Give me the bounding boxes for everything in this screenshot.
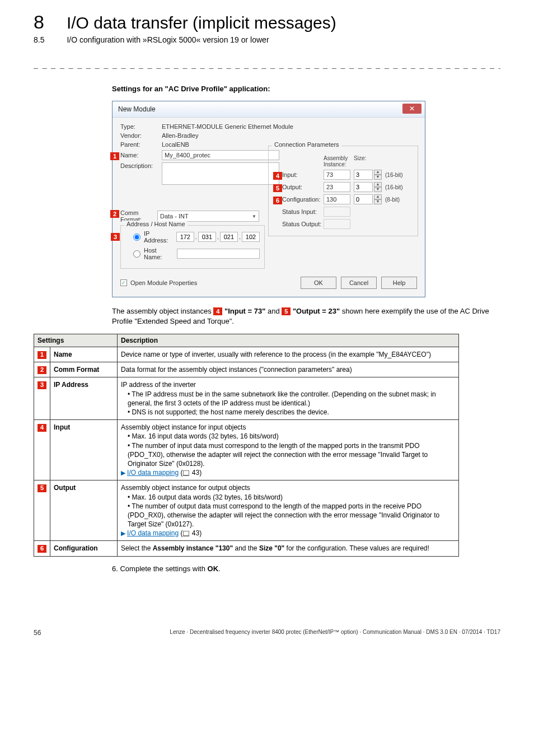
name-field[interactable]: [162, 150, 279, 160]
settings-header: Settings: [34, 334, 118, 347]
connection-parameters-legend: Connection Parameters: [272, 141, 341, 148]
ok-button[interactable]: OK: [301, 277, 336, 289]
table-row: 3IP AddressIP address of the inverterThe…: [34, 377, 459, 420]
vendor-label: Vendor:: [120, 132, 158, 139]
host-name-field[interactable]: [177, 249, 260, 259]
io-data-mapping-link[interactable]: I/O data mapping: [127, 529, 179, 537]
host-name-radio[interactable]: [133, 250, 140, 258]
callout-6: 6: [273, 197, 282, 204]
page-number: 56: [34, 629, 41, 637]
table-row: 6ConfigurationSelect the Assembly instan…: [34, 541, 459, 556]
parent-value: LocalENB: [162, 141, 279, 148]
dialog-title: New Module: [118, 105, 156, 113]
address-hostname-legend: Address / Host Name: [124, 221, 188, 227]
callout-2: 2: [110, 210, 119, 218]
setting-name: IP Address: [50, 377, 118, 420]
section-title: I/O configuration with »RSLogix 5000« ve…: [67, 35, 269, 44]
callout-5-inline: 5: [282, 307, 291, 315]
settings-heading: Settings for an "AC Drive Profile" appli…: [112, 85, 500, 93]
setting-description: Assembly object instance for input objec…: [118, 420, 459, 480]
callout-3-table: 3: [38, 381, 46, 389]
ip-octet-1[interactable]: [176, 232, 194, 242]
setting-name: Name: [50, 347, 118, 362]
footer-line: Lenze · Decentralised frequency inverter…: [170, 629, 500, 637]
callout-4-inline: 4: [213, 307, 222, 315]
chapter-title: I/O data transfer (implicit messages): [67, 13, 336, 32]
setting-description: IP address of the inverterThe IP address…: [118, 377, 459, 420]
ip-octet-3[interactable]: [220, 232, 238, 242]
ip-address-field[interactable]: . . .: [176, 232, 260, 242]
name-label: 1Name:: [120, 152, 158, 158]
output-unit: (16-bit): [385, 184, 413, 190]
comm-format-select[interactable]: Data - INT ▼: [157, 211, 259, 222]
description-label: Description:: [120, 162, 158, 169]
ip-address-label: IP Address:: [144, 230, 173, 244]
vendor-value: Allen-Bradley: [162, 132, 279, 139]
setting-name: Configuration: [50, 541, 118, 556]
configuration-size-stepper[interactable]: ▲▼: [374, 194, 382, 204]
table-row: 4InputAssembly object instance for input…: [34, 420, 459, 480]
cancel-button[interactable]: Cancel: [341, 277, 377, 289]
settings-table: Settings Description 1NameDevice name or…: [34, 334, 459, 557]
ip-octet-2[interactable]: [198, 232, 216, 242]
close-icon[interactable]: ✕: [402, 104, 421, 114]
chevron-down-icon: ▼: [252, 214, 256, 219]
address-hostname-group: Address / Host Name 3 IP Address: . . . …: [120, 225, 265, 269]
setting-description: Assembly object instance for output obje…: [118, 480, 459, 541]
comm-format-value: Data - INT: [160, 213, 189, 220]
type-value: ETHERNET-MODULE Generic Ethernet Module: [162, 123, 417, 130]
host-name-label: Host Name:: [144, 247, 174, 260]
description-field[interactable]: [162, 162, 279, 185]
input-size-stepper[interactable]: ▲▼: [374, 170, 382, 180]
callout-1-table: 1: [38, 351, 46, 359]
setting-name: Input: [50, 420, 118, 480]
new-module-dialog: New Module ✕ Type: ETHERNET-MODULE Gener…: [112, 101, 425, 297]
callout-4: 4: [273, 172, 282, 180]
section-number: 8.5: [34, 35, 44, 44]
callout-5: 5: [273, 184, 282, 192]
table-row: 5OutputAssembly object instance for outp…: [34, 480, 459, 541]
open-module-properties-label: Open Module Properties: [130, 279, 197, 286]
setting-description: Data format for the assembly object inst…: [118, 362, 459, 377]
callout-5-table: 5: [38, 484, 46, 492]
configuration-label: Configuration:: [282, 196, 321, 203]
output-label: Output:: [282, 184, 302, 190]
setting-description: Device name or type of inverter, usually…: [118, 347, 459, 362]
output-instance-field[interactable]: [324, 182, 350, 192]
ip-address-radio[interactable]: [133, 234, 140, 241]
input-instance-field[interactable]: [324, 170, 350, 180]
input-label: Input:: [282, 171, 298, 178]
size-header: Size:: [354, 155, 374, 167]
ip-octet-4[interactable]: [242, 232, 260, 242]
help-button[interactable]: Help: [381, 277, 417, 289]
table-row: 2Comm FormatData format for the assembly…: [34, 362, 459, 377]
input-size-field[interactable]: [354, 170, 373, 180]
callout-3: 3: [111, 233, 120, 241]
setting-name: Comm Format: [50, 362, 118, 377]
configuration-size-field[interactable]: [354, 194, 373, 204]
caption-paragraph: The assembly object instances 4 "Input =…: [112, 306, 500, 326]
input-unit: (16-bit): [385, 172, 413, 178]
parent-label: Parent:: [120, 141, 158, 148]
setting-description: Select the Assembly instance "130" and t…: [118, 541, 459, 556]
configuration-instance-field[interactable]: [324, 194, 350, 204]
separator: _ _ _ _ _ _ _ _ _ _ _ _ _ _ _ _ _ _ _ _ …: [34, 60, 500, 69]
output-size-field[interactable]: [354, 182, 373, 192]
table-row: 1NameDevice name or type of inverter, us…: [34, 347, 459, 362]
output-size-stepper[interactable]: ▲▼: [374, 182, 382, 192]
callout-1: 1: [110, 152, 119, 160]
callout-2-table: 2: [38, 366, 46, 374]
setting-name: Output: [50, 480, 118, 541]
io-data-mapping-link[interactable]: I/O data mapping: [127, 469, 179, 477]
callout-6-table: 6: [38, 545, 46, 553]
callout-4-table: 4: [38, 424, 46, 432]
type-label: Type:: [120, 123, 158, 130]
step-6: 6. Complete the settings with OK.: [112, 564, 500, 573]
open-module-properties-checkbox[interactable]: ✓: [120, 279, 127, 286]
assembly-instance-header: Assembly Instance:: [324, 155, 354, 167]
description-header: Description: [118, 334, 459, 347]
chapter-number: 8: [34, 11, 44, 33]
configuration-unit: (8-bit): [385, 197, 413, 203]
